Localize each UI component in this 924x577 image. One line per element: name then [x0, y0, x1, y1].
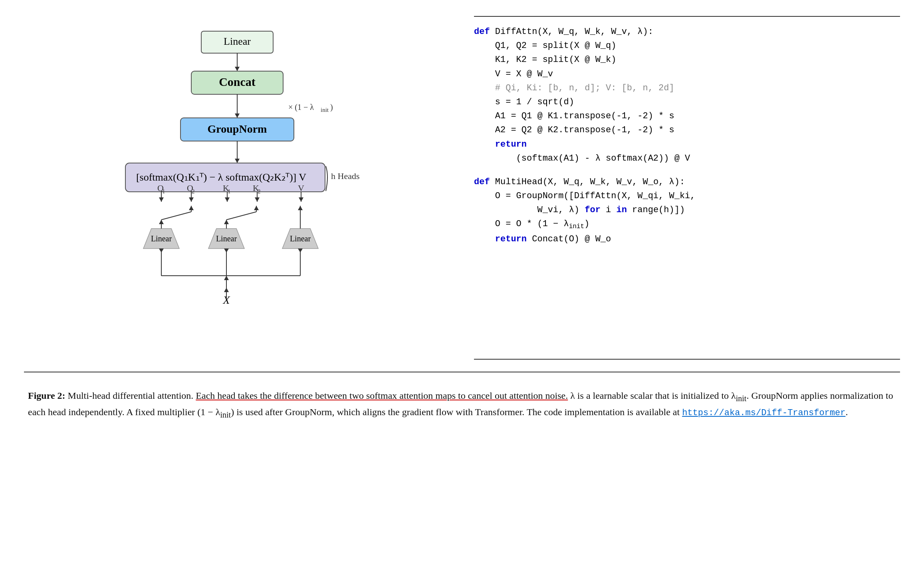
code-line: return Concat(O) @ W_o	[474, 232, 900, 246]
code-block-diffattn: def DiffAttn(X, W_q, W_k, W_v, λ): Q1, Q…	[474, 25, 900, 165]
svg-line-36	[226, 212, 256, 220]
svg-marker-53	[224, 288, 229, 292]
svg-marker-19	[299, 197, 303, 202]
svg-marker-29	[159, 220, 164, 224]
scale-init-label: init	[321, 107, 329, 113]
svg-marker-32	[189, 206, 194, 210]
code-line: def DiffAttn(X, W_q, W_k, W_v, λ):	[474, 25, 900, 39]
groupnorm-label: GroupNorm	[207, 123, 267, 135]
svg-text:2: 2	[192, 188, 195, 195]
svg-marker-2	[235, 67, 240, 71]
code-line: def MultiHead(X, W_q, W_k, W_v, W_o, λ):	[474, 175, 900, 189]
code-line: (softmax(A1) - λ softmax(A2)) @ V	[474, 151, 900, 165]
code-side: def DiffAttn(X, W_q, W_k, W_v, λ): Q1, Q…	[474, 16, 900, 360]
svg-text:1: 1	[162, 188, 165, 195]
code-line: Q1, Q2 = split(X @ W_q)	[474, 39, 900, 53]
scale-paren: )	[330, 103, 333, 112]
linear-label-3: Linear	[289, 234, 311, 243]
svg-marker-8	[235, 159, 240, 163]
caption-underlined: Each head takes the difference between t…	[196, 390, 568, 401]
svg-marker-51	[224, 276, 229, 280]
code-line: K1, K2 = split(X @ W_k)	[474, 53, 900, 67]
h-heads-label: h Heads	[331, 171, 359, 181]
svg-marker-47	[298, 249, 303, 253]
svg-text:1: 1	[228, 188, 231, 195]
architecture-diagram: Linear Concat × (1 − λ init ) GroupNorm	[113, 24, 361, 352]
svg-marker-35	[224, 220, 229, 224]
code-line: V = X @ W_v	[474, 67, 900, 81]
linear-top-label: Linear	[224, 36, 251, 47]
caption-end: .	[845, 407, 848, 417]
code-line: A1 = Q1 @ K1.transpose(-1, -2) * s	[474, 109, 900, 123]
svg-marker-45	[159, 249, 164, 253]
linear-label-1: Linear	[151, 234, 172, 243]
diagram-svg: Linear Concat × (1 − λ init ) GroupNorm	[24, 24, 450, 352]
svg-marker-11	[159, 197, 164, 202]
code-line-comment: # Qi, Ki: [b, n, d]; V: [b, n, 2d]	[474, 81, 900, 95]
figure-container: Linear Concat × (1 − λ init ) GroupNorm	[24, 16, 900, 372]
svg-marker-38	[254, 206, 259, 210]
code-line: return	[474, 137, 900, 151]
svg-line-30	[161, 212, 191, 220]
caption-text-1: Multi-head differential attention.	[68, 390, 196, 401]
v-label: V	[298, 183, 304, 193]
code-line: W_vi, λ) for i in range(h)])	[474, 203, 900, 217]
code-line: A2 = Q2 @ K2.transpose(-1, -2) * s	[474, 123, 900, 137]
code-line: O = O * (1 − λinit)	[474, 217, 900, 232]
softmax-expr: [softmax(Q₁K₁ᵀ) − λ softmax(Q₂K₂ᵀ)] V	[136, 171, 306, 183]
svg-marker-46	[224, 249, 229, 253]
code-block-multihead: def MultiHead(X, W_q, W_k, W_v, W_o, λ):…	[474, 175, 900, 247]
concat-label: Concat	[219, 75, 256, 88]
svg-marker-41	[298, 206, 303, 210]
code-line: O = GroupNorm([DiffAttn(X, W_qi, W_ki,	[474, 189, 900, 203]
svg-marker-17	[255, 197, 260, 202]
diff-transformer-link[interactable]: https://aka.ms/Diff-Transformer	[682, 408, 845, 418]
svg-marker-15	[225, 197, 230, 202]
caption-label: Figure 2:	[28, 390, 65, 401]
figure-caption: Figure 2: Multi-head differential attent…	[24, 388, 900, 421]
scale-label: × (1 − λ	[288, 103, 314, 112]
svg-marker-5	[235, 113, 240, 118]
linear-label-2: Linear	[216, 234, 237, 243]
diagram-side: Linear Concat × (1 − λ init ) GroupNorm	[24, 16, 450, 360]
svg-text:2: 2	[258, 188, 261, 195]
svg-marker-13	[189, 197, 194, 202]
code-line: s = 1 / sqrt(d)	[474, 95, 900, 109]
